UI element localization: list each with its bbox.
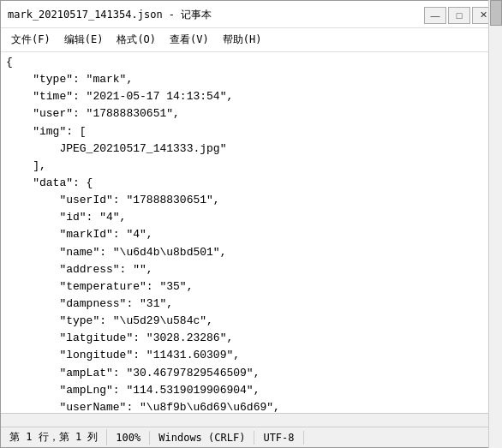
window-controls: — □ ✕: [424, 7, 494, 24]
menu-format[interactable]: 格式(O): [110, 30, 163, 50]
window-title: mark_20210517_141354.json - 记事本: [8, 8, 212, 22]
line-ending: Windows (CRLF): [150, 431, 254, 445]
vertical-scrollbar[interactable]: [488, 52, 501, 413]
encoding: UTF-8: [254, 431, 303, 445]
text-content[interactable]: { "type": "mark", "time": "2021-05-17 14…: [1, 52, 501, 413]
status-bar: 第 1 行，第 1 列 100% Windows (CRLF) UTF-8: [1, 427, 501, 447]
horizontal-scrollbar[interactable]: [1, 413, 501, 427]
menu-help[interactable]: 帮助(H): [216, 30, 269, 50]
menu-view[interactable]: 查看(V): [163, 30, 216, 50]
zoom-level: 100%: [107, 431, 150, 445]
notepad-window: mark_20210517_141354.json - 记事本 — □ ✕ 文件…: [0, 0, 502, 448]
content-area: { "type": "mark", "time": "2021-05-17 14…: [1, 52, 501, 413]
menu-bar: 文件(F) 编辑(E) 格式(O) 查看(V) 帮助(H): [1, 28, 501, 52]
json-text: { "type": "mark", "time": "2021-05-17 14…: [6, 54, 496, 413]
minimize-button[interactable]: —: [424, 7, 446, 24]
maximize-button[interactable]: □: [448, 7, 470, 24]
menu-edit[interactable]: 编辑(E): [57, 30, 111, 50]
cursor-position: 第 1 行，第 1 列: [6, 429, 107, 445]
title-bar: mark_20210517_141354.json - 记事本 — □ ✕: [1, 1, 501, 28]
menu-file[interactable]: 文件(F): [4, 30, 57, 50]
